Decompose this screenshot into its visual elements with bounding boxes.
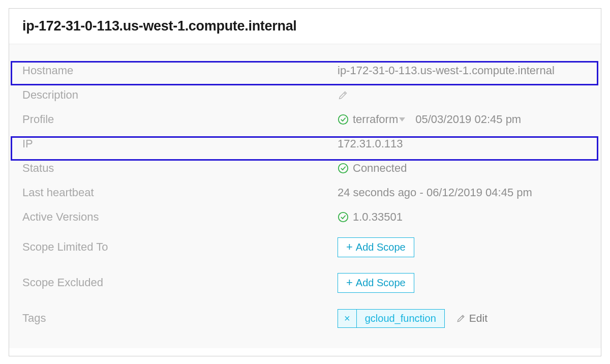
plus-icon: + — [346, 241, 353, 253]
label-ip: IP — [22, 137, 338, 150]
add-scope-limited-button[interactable]: + Add Scope — [338, 237, 414, 257]
panel-header: ip-172-31-0-113.us-west-1.compute.intern… — [9, 9, 601, 44]
label-status: Status — [22, 162, 338, 175]
add-scope-excluded-button[interactable]: + Add Scope — [338, 273, 414, 293]
row-heartbeat: Last heartbeat 24 seconds ago - 06/12/20… — [9, 180, 601, 205]
label-profile: Profile — [22, 113, 338, 126]
row-scope-limited: Scope Limited To + Add Scope — [9, 229, 601, 265]
profile-select[interactable]: terraform — [353, 113, 408, 126]
row-profile: Profile terraform 05/03/2019 02:45 pm — [9, 107, 601, 132]
add-scope-label: Add Scope — [356, 241, 406, 253]
edit-description-icon[interactable] — [338, 89, 349, 101]
label-scope-excluded: Scope Excluded — [22, 276, 338, 289]
svg-point-2 — [339, 213, 348, 222]
add-scope-label: Add Scope — [356, 277, 406, 289]
label-scope-limited: Scope Limited To — [22, 240, 338, 254]
label-description: Description — [22, 88, 338, 102]
label-versions: Active Versions — [22, 210, 338, 224]
tag-chip: × gcloud_function — [338, 309, 445, 328]
value-heartbeat: 24 seconds ago - 06/12/2019 04:45 pm — [338, 186, 588, 199]
value-ip: 172.31.0.113 — [338, 137, 588, 150]
edit-tags-label: Edit — [469, 312, 487, 324]
page-title: ip-172-31-0-113.us-west-1.compute.intern… — [22, 18, 297, 34]
row-status: Status Connected — [9, 156, 601, 180]
label-tags: Tags — [22, 312, 338, 325]
tag-remove-button[interactable]: × — [338, 310, 357, 327]
row-versions: Active Versions 1.0.33501 — [9, 205, 601, 229]
svg-point-1 — [339, 164, 348, 173]
label-heartbeat: Last heartbeat — [22, 186, 338, 199]
value-versions: 1.0.33501 — [353, 210, 403, 224]
label-hostname: Hostname — [22, 64, 338, 77]
profile-timestamp: 05/03/2019 02:45 pm — [415, 113, 521, 126]
value-profile: terraform — [353, 113, 398, 126]
check-circle-icon — [338, 211, 349, 223]
panel-body: Hostname ip-172-31-0-113.us-west-1.compu… — [9, 44, 601, 348]
value-hostname: ip-172-31-0-113.us-west-1.compute.intern… — [338, 64, 588, 77]
row-tags: Tags × gcloud_function Edit — [9, 300, 601, 336]
check-circle-icon — [338, 163, 349, 174]
tag-label: gcloud_function — [357, 310, 444, 327]
row-scope-excluded: Scope Excluded + Add Scope — [9, 265, 601, 300]
row-hostname: Hostname ip-172-31-0-113.us-west-1.compu… — [9, 58, 601, 83]
chevron-down-icon — [399, 117, 405, 122]
row-ip: IP 172.31.0.113 — [9, 132, 601, 156]
svg-point-0 — [339, 115, 348, 124]
value-status: Connected — [353, 162, 407, 175]
check-circle-icon — [338, 114, 349, 125]
host-detail-panel: ip-172-31-0-113.us-west-1.compute.intern… — [9, 8, 601, 356]
pencil-icon — [456, 313, 466, 323]
plus-icon: + — [346, 277, 353, 288]
edit-tags-button[interactable]: Edit — [456, 312, 487, 324]
row-description: Description — [9, 83, 601, 107]
